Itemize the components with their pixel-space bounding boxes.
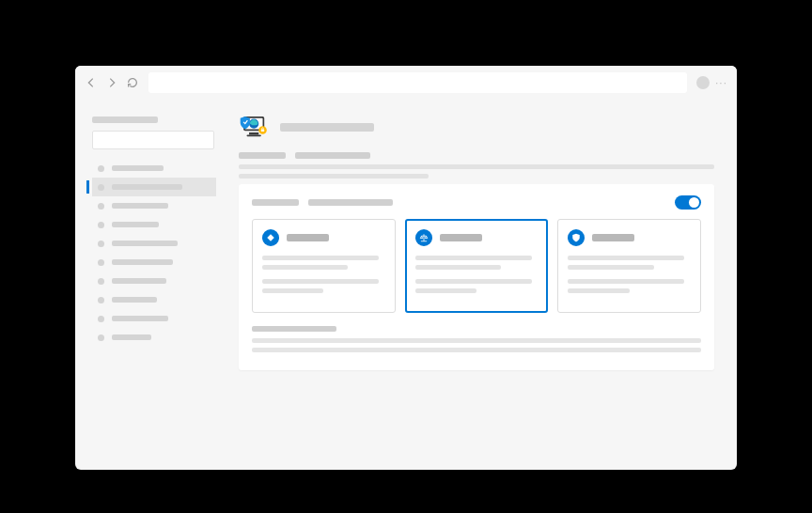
card-line (415, 288, 476, 293)
shield-icon (568, 229, 585, 246)
sidebar-item-4[interactable] (92, 234, 216, 253)
sidebar-item-label (112, 259, 173, 265)
footer-label (252, 326, 336, 332)
card-line (262, 256, 379, 260)
back-button[interactable] (85, 76, 98, 89)
description-line (239, 164, 714, 169)
page-header (239, 113, 714, 141)
profile-avatar[interactable] (696, 76, 710, 89)
sidebar-item-5[interactable] (92, 253, 216, 272)
card-line (262, 265, 348, 270)
sidebar-item-6[interactable] (92, 272, 216, 290)
svg-rect-2 (249, 132, 258, 135)
card-line (568, 279, 684, 284)
privacy-logo-icon (239, 113, 271, 141)
address-bar[interactable] (148, 72, 687, 93)
sidebar-item-1[interactable] (92, 178, 216, 196)
nav-controls (85, 76, 139, 89)
subheader-label-b (295, 152, 370, 159)
bullet-icon (98, 316, 104, 322)
sidebar-item-label (112, 203, 168, 209)
card-title (440, 234, 482, 241)
footer-line (252, 348, 701, 352)
sidebar-item-label (112, 222, 159, 227)
card-line (415, 265, 501, 270)
sidebar-item-label (112, 334, 151, 340)
sidebar-item-7[interactable] (92, 290, 216, 309)
forward-button[interactable] (105, 76, 118, 89)
sidebar-item-0[interactable] (92, 159, 216, 178)
card-line (568, 288, 629, 293)
prevention-card-2[interactable] (557, 219, 701, 313)
sidebar-item-label (112, 316, 168, 321)
prevention-card-0[interactable] (252, 219, 396, 313)
panel-label-a (252, 199, 299, 206)
sidebar-heading (92, 117, 158, 123)
footer-line (252, 338, 701, 343)
bullet-icon (98, 165, 104, 172)
prevention-level-cards (252, 219, 701, 313)
bullet-icon (98, 278, 104, 285)
subheader-label-a (239, 152, 286, 159)
bullet-icon (98, 297, 104, 303)
sidebar-search-input[interactable] (92, 131, 214, 149)
tracking-prevention-panel (239, 184, 714, 370)
diamond-icon (262, 229, 279, 246)
sidebar-item-label (112, 297, 157, 303)
menu-button[interactable]: ··· (715, 76, 727, 89)
card-line (415, 279, 532, 284)
sidebar-item-label (112, 278, 166, 284)
settings-sidebar (75, 100, 226, 470)
panel-header (252, 195, 701, 210)
browser-toolbar: ··· (75, 66, 737, 100)
sidebar-item-2[interactable] (92, 196, 216, 215)
bullet-icon (98, 203, 104, 210)
toggle-knob (689, 197, 699, 208)
sidebar-item-3[interactable] (92, 215, 216, 234)
description-line (239, 174, 429, 179)
card-line (568, 256, 684, 260)
sidebar-item-label (112, 184, 182, 190)
bullet-icon (98, 184, 104, 191)
page-title (280, 123, 374, 132)
sidebar-item-8[interactable] (92, 309, 216, 328)
sidebar-item-9[interactable] (92, 328, 216, 347)
svg-rect-6 (261, 130, 264, 132)
balance-icon (415, 229, 432, 246)
refresh-button[interactable] (126, 76, 139, 89)
section-subheader (239, 152, 714, 159)
tracking-toggle[interactable] (675, 195, 701, 210)
card-title (287, 234, 329, 241)
bullet-icon (98, 241, 104, 247)
main-content (226, 100, 737, 470)
card-line (262, 288, 323, 293)
bullet-icon (98, 259, 104, 266)
toolbar-right: ··· (696, 76, 727, 89)
panel-label-b (308, 199, 393, 206)
bullet-icon (98, 222, 104, 228)
browser-window: ··· (75, 66, 737, 470)
sidebar-item-label (112, 165, 164, 171)
bullet-icon (98, 334, 104, 341)
sidebar-item-label (112, 241, 178, 246)
svg-rect-3 (247, 135, 261, 137)
panel-footer (252, 326, 701, 352)
card-line (568, 265, 653, 270)
card-title (592, 234, 634, 241)
prevention-card-1[interactable] (405, 219, 549, 313)
card-line (415, 256, 532, 260)
card-line (262, 279, 379, 284)
page-body (75, 100, 737, 470)
